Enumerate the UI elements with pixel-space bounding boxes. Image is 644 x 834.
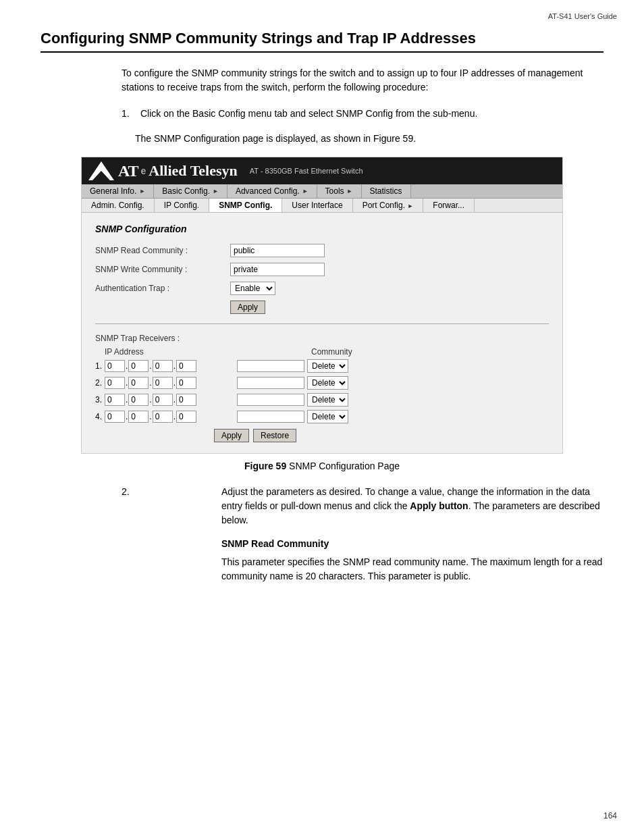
trap-3-delete[interactable]: Delete	[307, 393, 348, 407]
trap-3-community[interactable]	[237, 394, 304, 406]
trap-row-4-num: 4.	[95, 412, 105, 421]
figure-caption-text: SNMP Configuration Page	[289, 461, 400, 471]
apply-button-2[interactable]: Apply	[214, 429, 249, 442]
nav-tools-label: Tools	[325, 186, 344, 196]
trap-4-community[interactable]	[237, 411, 304, 423]
nav-statistics[interactable]: Statistics	[362, 184, 411, 198]
switch-header: AT e Allied Telesyn AT - 8350GB Fast Eth…	[82, 157, 562, 184]
page-guide: AT-S41 User's Guide	[0, 0, 644, 23]
trap-3-ip1[interactable]	[105, 394, 125, 406]
trap-receivers-label: SNMP Trap Receivers :	[95, 334, 549, 343]
trap-4-delete[interactable]: Delete	[307, 410, 348, 423]
trap-1-ip1[interactable]	[105, 360, 125, 372]
trap-2-ip1[interactable]	[105, 377, 125, 389]
trap-row-3-num: 3.	[95, 395, 105, 405]
write-community-label: SNMP Write Community :	[95, 265, 230, 274]
nav-arrow-0: ►	[139, 188, 145, 194]
trap-row-3: 3. . . . Delete	[95, 393, 549, 407]
trap-3-ip3[interactable]	[153, 394, 173, 406]
nav-arrow-1: ►	[213, 188, 219, 194]
nav-forward-label: Forwar...	[433, 201, 464, 210]
top-nav: General Info. ► Basic Config. ► Advanced…	[82, 184, 562, 199]
apply-row-1: Apply	[95, 301, 549, 314]
nav-port-config-label: Port Config.	[363, 201, 405, 210]
nav-ip-config[interactable]: IP Config.	[155, 199, 209, 212]
nav-advanced-config[interactable]: Advanced Config. ►	[227, 184, 317, 198]
nav-snmp-config[interactable]: SNMP Config.	[209, 199, 282, 212]
nav-port-config[interactable]: Port Config. ►	[353, 199, 424, 212]
step-2-text: Adjust the parameters as desired. To cha…	[221, 485, 603, 527]
trap-4-ip1[interactable]	[105, 411, 125, 423]
restore-button[interactable]: Restore	[253, 429, 296, 442]
trap-section: SNMP Trap Receivers : IP Address Communi…	[95, 334, 549, 442]
trap-4-ip3[interactable]	[153, 411, 173, 423]
trap-1-delete[interactable]: Delete	[307, 359, 348, 373]
community-header: Community	[311, 347, 352, 357]
nav-arrow-3: ►	[347, 188, 353, 194]
nav-tools[interactable]: Tools ►	[317, 184, 362, 198]
nav-arrow-port: ►	[407, 203, 413, 209]
step-2-container: 2. Adjust the parameters as desired. To …	[122, 485, 603, 583]
nav-basic-config[interactable]: Basic Config. ►	[154, 184, 227, 198]
logo-allied: Allied Telesyn	[149, 162, 237, 180]
switch-ui: AT e Allied Telesyn AT - 8350GB Fast Eth…	[81, 157, 563, 454]
trap-row-1: 1. . . . Delete	[95, 359, 549, 373]
figure-caption: Figure 59 SNMP Configuration Page	[41, 461, 603, 471]
trap-row-1-num: 1.	[95, 361, 105, 371]
auth-trap-select[interactable]: Enable Disable	[230, 282, 275, 295]
switch-logo: AT e Allied Telesyn AT - 8350GB Fast Eth…	[88, 161, 363, 180]
logo-graphic	[88, 161, 114, 180]
trap-2-ip4[interactable]	[176, 377, 196, 389]
param-title: SNMP Read Community	[221, 537, 603, 551]
nav-general-info[interactable]: General Info. ►	[82, 184, 154, 198]
nav-user-interface[interactable]: User Interface	[282, 199, 352, 212]
nav-statistics-label: Statistics	[370, 186, 402, 196]
write-community-row: SNMP Write Community :	[95, 263, 549, 276]
nav-general-info-label: General Info.	[90, 186, 136, 196]
auth-trap-label: Authentication Trap :	[95, 284, 230, 293]
trap-3-ip2[interactable]	[128, 394, 149, 406]
trap-4-ip2[interactable]	[128, 411, 149, 423]
trap-1-ip2[interactable]	[128, 360, 149, 372]
nav-forward[interactable]: Forwar...	[423, 199, 475, 212]
page-title: Configuring SNMP Community Strings and T…	[41, 30, 603, 53]
nav-user-interface-label: User Interface	[292, 201, 342, 210]
read-community-input[interactable]	[230, 244, 325, 257]
bottom-buttons: Apply Restore	[95, 429, 549, 442]
trap-1-ip4[interactable]	[176, 360, 196, 372]
section-divider	[95, 323, 549, 324]
ip-address-header: IP Address	[95, 347, 271, 357]
sub-nav: Admin. Config. IP Config. SNMP Config. U…	[82, 199, 562, 213]
trap-row-4: 4. . . . Delete	[95, 410, 549, 423]
logo-separator: e	[141, 165, 146, 176]
nav-advanced-config-label: Advanced Config.	[236, 186, 300, 196]
step-1: 1. Click on the Basic Config menu tab an…	[122, 107, 603, 121]
nav-ip-config-label: IP Config.	[164, 201, 199, 210]
write-community-input[interactable]	[230, 263, 325, 276]
trap-row-2: 2. . . . Delete	[95, 376, 549, 390]
logo-model: AT - 8350GB Fast Ethernet Switch	[250, 167, 363, 175]
trap-2-ip3[interactable]	[153, 377, 173, 389]
nav-arrow-2: ►	[302, 188, 308, 194]
step-2-num: 2.	[122, 485, 135, 583]
trap-row-2-num: 2.	[95, 378, 105, 388]
nav-admin-config[interactable]: Admin. Config.	[82, 199, 155, 212]
step-2: 2. Adjust the parameters as desired. To …	[122, 485, 603, 583]
trap-col-headers: IP Address Community	[95, 347, 549, 357]
trap-2-delete[interactable]: Delete	[307, 376, 348, 390]
param-desc: This parameter specifies the SNMP read c…	[221, 555, 603, 583]
figure-number: Figure 59	[244, 461, 286, 471]
trap-1-ip3[interactable]	[153, 360, 173, 372]
trap-1-community[interactable]	[237, 360, 304, 372]
trap-4-ip4[interactable]	[176, 411, 196, 423]
apply-button-1[interactable]: Apply	[230, 301, 265, 314]
read-community-row: SNMP Read Community :	[95, 244, 549, 257]
step-1-subtext: The SNMP Configuration page is displayed…	[135, 132, 603, 146]
trap-3-ip4[interactable]	[176, 394, 196, 406]
trap-2-ip2[interactable]	[128, 377, 149, 389]
read-community-label: SNMP Read Community :	[95, 246, 230, 255]
nav-basic-config-label: Basic Config.	[162, 186, 210, 196]
intro-text: To configure the SNMP community strings …	[122, 66, 603, 95]
trap-2-community[interactable]	[237, 377, 304, 389]
logo-at: AT	[118, 162, 138, 180]
